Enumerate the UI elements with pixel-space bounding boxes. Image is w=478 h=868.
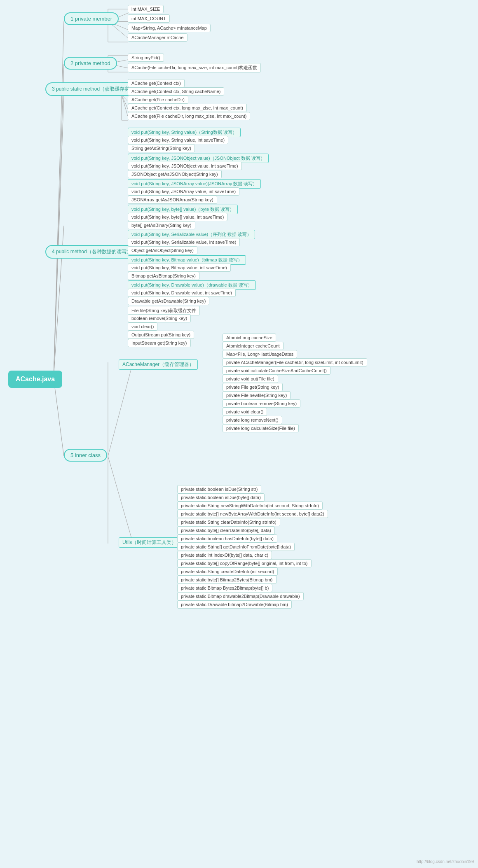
item-box: private File newfile(String key) bbox=[223, 391, 291, 399]
item-box: private ACacheManager(File cacheDir, lon… bbox=[223, 358, 367, 366]
item-box: private static Bitmap drawable2Bitmap(Dr… bbox=[177, 592, 304, 600]
item-box: void put(String key, Drawable value, int… bbox=[128, 289, 236, 297]
item-box: private static String newStringWithDateI… bbox=[177, 502, 323, 510]
item-box: String getAsString(String key) bbox=[128, 144, 195, 152]
item-box: ACache get(Context ctx, long max_zise, i… bbox=[128, 104, 247, 112]
svg-line-4 bbox=[54, 378, 64, 456]
item-box: private File get(String key) bbox=[223, 383, 283, 391]
item-box: void put(String key, String value, int s… bbox=[128, 136, 228, 144]
item-box: private long removeNext() bbox=[223, 416, 282, 424]
item-box: int MAX_SIZE bbox=[128, 5, 164, 13]
item-box: void put(String key, Serializable value,… bbox=[128, 238, 240, 246]
item-box: private static byte[] Bitmap2Bytes(Bitma… bbox=[177, 576, 276, 584]
category-node-2: 2 private method bbox=[64, 57, 117, 70]
svg-line-22 bbox=[122, 95, 128, 116]
item-box: private static String[] getDateInfoFromD… bbox=[177, 543, 295, 551]
svg-line-2 bbox=[54, 95, 64, 378]
item-box: private boolean remove(String key) bbox=[223, 399, 300, 408]
item-box: Bitmap getAsBitmap(String key) bbox=[128, 272, 199, 280]
svg-line-0 bbox=[54, 21, 64, 378]
watermark: http://blog.csdn.net/zhuobin199 bbox=[417, 859, 474, 864]
diagram-container: ACache.java 1 private member int MAX_SIZ… bbox=[0, 0, 478, 868]
item-box: ACache get(File cacheDir, long max_zise,… bbox=[128, 112, 250, 120]
svg-line-27 bbox=[108, 456, 132, 539]
item-box: Map<String, ACache> mInstanceMap bbox=[128, 24, 211, 32]
item-box: JSONObject getAsJSONObject(String key) bbox=[128, 170, 222, 178]
item-box: void put(String key, JSONArray value, in… bbox=[128, 187, 239, 196]
item-box: private static Bitmap Bytes2Bitmap(byte[… bbox=[177, 584, 272, 592]
item-box: Object getAsObject(String key) bbox=[128, 246, 197, 254]
category-node-5: 5 inner class bbox=[64, 449, 107, 462]
item-box: Drawable getAsDrawable(String key) bbox=[128, 297, 209, 305]
item-box: AtomicInteger cacheCount bbox=[223, 342, 284, 350]
acache-manager-header: ACacheManager（缓存管理器） bbox=[119, 359, 198, 370]
item-box: JSONArray getAsJSONArray(String key) bbox=[128, 196, 217, 204]
svg-line-21 bbox=[122, 95, 128, 109]
item-box: private long calculateSize(File file) bbox=[223, 424, 299, 432]
category-label-5: 5 inner class bbox=[70, 452, 101, 458]
item-box: private static byte[] copyOfRange(byte[]… bbox=[177, 559, 312, 567]
item-box: InputStream get(String key) bbox=[128, 339, 191, 347]
item-box: private static int indexOf(byte[] data, … bbox=[177, 551, 272, 559]
item-box: boolean remove(String key) bbox=[128, 314, 191, 322]
category-node-1: 1 private member bbox=[64, 12, 119, 25]
utils-header: Utils（时间计算工具类） bbox=[119, 537, 180, 548]
item-box: private static String clearDateInfo(Stri… bbox=[177, 518, 280, 526]
root-node: ACache.java bbox=[8, 371, 62, 388]
item-box: private static boolean isDue(byte[] data… bbox=[177, 493, 265, 502]
item-box: AtomicLong cacheSize bbox=[223, 334, 276, 342]
item-box: Map<File, Long> lastUsageDates bbox=[223, 350, 297, 358]
item-box: ACache get(Context ctx, String cacheName… bbox=[128, 87, 224, 96]
item-box: void clear() bbox=[128, 322, 157, 331]
category-label-2: 2 private method bbox=[70, 60, 110, 66]
item-box: void put(String key, Bitmap value, int s… bbox=[128, 264, 231, 272]
item-box: ACacheManager mCache bbox=[128, 33, 187, 42]
item-box: void put(String key, JSONObject value, i… bbox=[128, 162, 242, 170]
item-box: String myPid() bbox=[128, 54, 164, 62]
category-label-1: 1 private member bbox=[70, 16, 112, 22]
item-box: private void put(File file) bbox=[223, 375, 278, 383]
item-box: byte[] getAsBinary(String key) bbox=[128, 221, 195, 229]
item-box: ACache get(Context ctx) bbox=[128, 79, 185, 87]
item-box: private static String createDateInfo(int… bbox=[177, 567, 278, 576]
item-box: private static boolean isDue(String str) bbox=[177, 485, 261, 493]
item-box: OutputStream put(String key) bbox=[128, 331, 194, 339]
item-box: private static byte[] newByteArrayWithDa… bbox=[177, 510, 328, 518]
item-box: ACache(File cacheDir, long max_size, int… bbox=[128, 63, 261, 72]
item-box: private static Drawable bitmap2Drawable(… bbox=[177, 600, 292, 609]
item-box: ACache get(File cacheDir) bbox=[128, 96, 188, 104]
item-box: int MAX_COUNT bbox=[128, 14, 170, 23]
item-box: private static boolean hasDateInfo(byte[… bbox=[177, 534, 277, 543]
svg-line-26 bbox=[108, 366, 132, 456]
svg-line-1 bbox=[54, 64, 64, 378]
item-box: private static byte[] clearDateInfo(byte… bbox=[177, 526, 275, 534]
item-box: private void calculateCacheSizeAndCacheC… bbox=[223, 366, 330, 375]
item-box: private void clear() bbox=[223, 408, 267, 416]
item-box: void put(String key, byte[] value, int s… bbox=[128, 213, 227, 221]
